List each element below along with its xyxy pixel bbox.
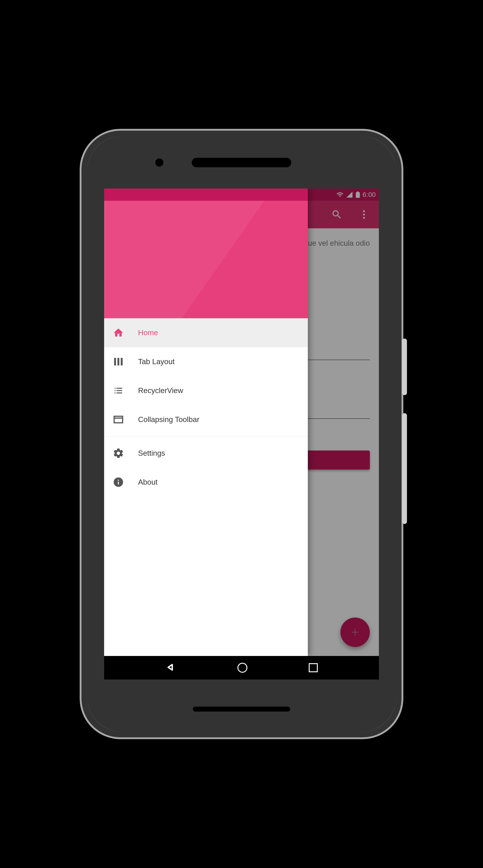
navigation-drawer: Home Tab Layout RecyclerView Collapsing … bbox=[104, 188, 308, 656]
drawer-item-label: RecyclerView bbox=[138, 386, 183, 395]
drawer-item-label: Settings bbox=[138, 449, 165, 458]
drawer-item-settings[interactable]: Settings bbox=[104, 439, 308, 468]
tabs-icon bbox=[113, 356, 124, 367]
list-icon bbox=[113, 385, 124, 396]
drawer-status-strip bbox=[104, 188, 308, 201]
drawer-item-label: Home bbox=[138, 329, 158, 337]
mic-slot bbox=[193, 707, 290, 712]
system-nav-bar bbox=[104, 656, 379, 680]
drawer-item-home[interactable]: Home bbox=[104, 318, 308, 347]
phone-frame: 6:00 g elit. sque vel ehicula odio bbox=[80, 129, 403, 739]
nav-home-button[interactable] bbox=[237, 663, 247, 673]
phone-top bbox=[87, 136, 396, 188]
front-camera bbox=[155, 158, 163, 166]
drawer-item-collapsing-toolbar[interactable]: Collapsing Toolbar bbox=[104, 405, 308, 434]
drawer-header bbox=[104, 201, 308, 318]
toolbar-icon bbox=[113, 414, 124, 425]
drawer-item-tab-layout[interactable]: Tab Layout bbox=[104, 347, 308, 376]
phone-body: 6:00 g elit. sque vel ehicula odio bbox=[87, 136, 396, 732]
nav-back-button[interactable] bbox=[166, 662, 176, 674]
nav-recent-button[interactable] bbox=[309, 663, 318, 672]
gear-icon bbox=[113, 447, 124, 459]
drawer-item-label: Collapsing Toolbar bbox=[138, 415, 199, 424]
earpiece-slot bbox=[192, 158, 291, 167]
device-screen: 6:00 g elit. sque vel ehicula odio bbox=[104, 188, 379, 680]
power-button[interactable] bbox=[402, 339, 407, 395]
drawer-item-about[interactable]: About bbox=[104, 468, 308, 497]
drawer-item-recyclerview[interactable]: RecyclerView bbox=[104, 376, 308, 405]
home-circle-icon bbox=[237, 663, 247, 673]
recent-square-icon bbox=[309, 663, 318, 672]
volume-rocker[interactable] bbox=[402, 413, 407, 524]
drawer-item-label: Tab Layout bbox=[138, 358, 174, 366]
back-icon bbox=[166, 662, 176, 673]
info-icon bbox=[113, 476, 124, 488]
drawer-item-label: About bbox=[138, 478, 158, 487]
home-icon bbox=[113, 327, 124, 338]
